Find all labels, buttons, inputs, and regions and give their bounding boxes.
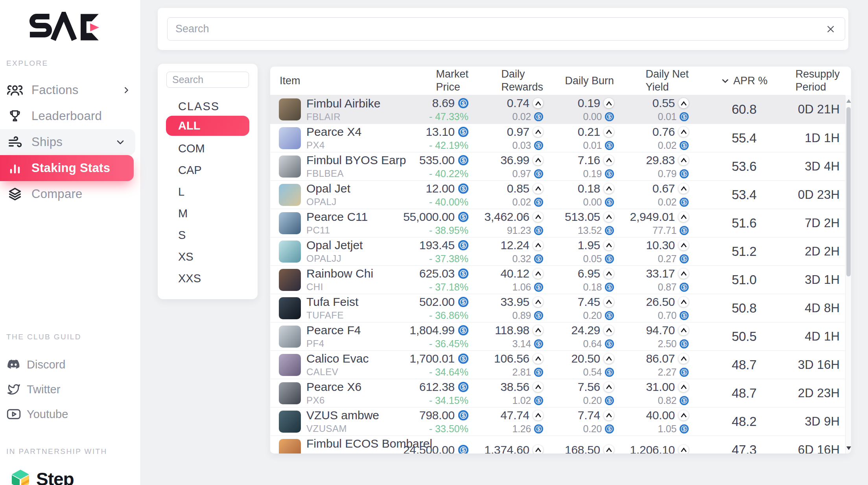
table-row[interactable]: Tufa FeistTUFAFE502.00$- 36.86%33.950.89…: [270, 294, 845, 322]
sidebar-item-leaderboard[interactable]: Leaderboard: [0, 103, 141, 129]
table-row[interactable]: Calico EvacCALEV1,700.01$- 34.64%106.562…: [270, 350, 845, 379]
partner-logo[interactable]: Step: [11, 468, 74, 485]
column-header-market-price[interactable]: Market Price: [400, 68, 471, 94]
class-filter-option-s[interactable]: S: [166, 224, 249, 246]
sidebar-item-staking-stats[interactable]: Staking Stats: [0, 155, 134, 181]
star-atlas-logo-icon: [25, 12, 102, 43]
atlas-icon: [604, 410, 614, 420]
daily-net-yield-usdc-value: 0.70$: [658, 310, 689, 321]
cell-item: Fimbul ECOS BombarelFBLEB: [270, 437, 400, 454]
market-price-value: 13.10$: [426, 125, 468, 139]
ship-thumbnail: [279, 155, 301, 178]
daily-burn-atlas-value: 7.56: [578, 380, 614, 394]
market-price-value: 24,500.00$: [403, 443, 468, 454]
ship-name: Pearce F4: [306, 324, 361, 337]
table-row[interactable]: Pearce X6PX6612.38$- 34.15%38.561.02$7.5…: [270, 379, 845, 407]
cell-item: Pearce X6PX6: [270, 380, 400, 406]
usdc-icon: $: [534, 198, 543, 207]
global-search-input[interactable]: [167, 17, 845, 41]
table-row[interactable]: Pearce F4PF41,804.99$- 36.45%118.983.14$…: [270, 322, 845, 350]
clear-search-icon[interactable]: [824, 22, 837, 36]
scroll-down-icon[interactable]: [846, 445, 851, 451]
class-filter-option-m[interactable]: M: [166, 203, 249, 224]
table-row[interactable]: Opal JetOPALJ12.00$- 40.00%0.850.02$0.18…: [270, 180, 845, 209]
daily-net-yield-atlas-value: 2,949.01: [630, 210, 689, 224]
daily-rewards-atlas-value: 118.98: [495, 324, 543, 337]
cell-item: VZUS ambweVZUSAM: [270, 409, 400, 434]
daily-rewards-atlas-value: 36.99: [500, 154, 543, 167]
class-filter-option-com[interactable]: COM: [166, 138, 249, 159]
scrollbar-thumb[interactable]: [846, 107, 851, 276]
table-row[interactable]: Fimbul BYOS EarpFBLBEA535.00$- 40.22%36.…: [270, 152, 845, 180]
usdc-icon: $: [534, 283, 543, 292]
sidebar-item-ships[interactable]: Ships: [0, 129, 135, 155]
sidebar-item-compare[interactable]: Compare: [0, 181, 141, 207]
sidebar-item-youtube[interactable]: Youtube: [0, 402, 141, 426]
cell-apr: 51.6: [691, 216, 797, 231]
atlas-icon: [678, 155, 689, 165]
cell-resupply-period: 1D 1H: [797, 131, 845, 145]
class-filter-option-l[interactable]: L: [166, 181, 249, 203]
sidebar-item-factions[interactable]: Factions: [0, 77, 141, 103]
column-header-resupply-period[interactable]: Resupply Period: [797, 68, 845, 94]
usdc-icon: $: [458, 297, 468, 307]
column-header-apr[interactable]: APR %: [691, 74, 797, 87]
sort-desc-chevron-icon: [721, 76, 730, 85]
column-header-item[interactable]: Item: [270, 74, 400, 87]
ship-info: Opal JetjetOPALJJ: [306, 239, 363, 264]
atlas-icon: [604, 155, 614, 165]
table-row[interactable]: Fimbul AirbikeFBLAIR8.69$- 47.33%0.740.0…: [270, 95, 845, 124]
daily-burn-atlas-value: 7.74: [578, 409, 614, 422]
daily-rewards-usdc-value: 0.02$: [512, 196, 543, 208]
ship-thumbnail: [279, 212, 301, 234]
cell-market-price: 24,500.00$: [400, 443, 471, 454]
class-filter-option-xxs[interactable]: XXS: [166, 268, 249, 289]
market-price-value: 55,000.00$: [403, 210, 468, 224]
column-header-daily-rewards[interactable]: Daily Rewards: [471, 68, 545, 94]
ship-thumbnail: [279, 297, 301, 319]
cell-daily-net-yield: 2,949.0177.71$: [616, 210, 691, 236]
filter-search-input[interactable]: [166, 72, 249, 88]
table-row[interactable]: Pearce C11PC1155,000.00$- 38.95%3,462.06…: [270, 209, 845, 237]
class-filter-option-cap[interactable]: CAP: [166, 159, 249, 181]
class-filter-option-xs[interactable]: XS: [166, 246, 249, 268]
cell-resupply-period: 2D 23H: [797, 386, 845, 400]
explore-section-label: EXPLORE: [6, 59, 48, 68]
usdc-icon: $: [605, 141, 614, 150]
cell-market-price: 502.00$- 36.86%: [400, 295, 471, 321]
daily-burn-usdc-value: 0.00$: [583, 196, 614, 208]
sidebar-item-discord[interactable]: Discord: [0, 352, 141, 377]
cell-daily-rewards: 0.970.03$: [471, 125, 545, 151]
cell-item: Fimbul AirbikeFBLAIR: [270, 97, 400, 122]
cell-market-price: 13.10$- 42.19%: [400, 125, 471, 151]
cell-daily-net-yield: 94.702.50$: [616, 324, 691, 350]
daily-net-yield-atlas-value: 26.50: [646, 295, 689, 309]
app-logo[interactable]: [25, 12, 102, 43]
column-header-daily-burn[interactable]: Daily Burn: [545, 74, 616, 87]
table-scrollbar[interactable]: [845, 95, 851, 454]
class-filter-option-all[interactable]: ALL: [166, 116, 249, 136]
usdc-icon: $: [458, 445, 468, 454]
daily-rewards-usdc-value: 0.32$: [512, 253, 543, 265]
sidebar-item-twitter[interactable]: Twitter: [0, 377, 141, 402]
table-row[interactable]: Opal JetjetOPALJJ193.45$- 37.38%12.240.3…: [270, 237, 845, 265]
chevron-down-icon: [116, 137, 125, 147]
price-change: - 36.45%: [429, 338, 468, 350]
cell-resupply-period: 3D 9H: [797, 415, 845, 429]
atlas-icon: [533, 212, 543, 222]
table-row[interactable]: Fimbul ECOS BombarelFBLEB24,500.00$1,374…: [270, 435, 845, 454]
scroll-up-icon[interactable]: [846, 98, 851, 104]
daily-burn-usdc-value: 0.00$: [583, 111, 614, 122]
table-body: Fimbul AirbikeFBLAIR8.69$- 47.33%0.740.0…: [270, 95, 851, 454]
daily-burn-usdc-value: 13.52$: [578, 225, 614, 236]
atlas-icon: [678, 382, 689, 392]
atlas-icon: [678, 445, 689, 454]
column-header-daily-net-yield[interactable]: Daily Net Yield: [616, 68, 691, 94]
ship-name: Opal Jet: [306, 182, 350, 195]
ship-ticker: FBLAIR: [306, 111, 380, 122]
daily-net-yield-usdc-value: 2.27$: [658, 367, 689, 378]
table-row[interactable]: VZUS ambweVZUSAM798.00$- 33.50%47.741.26…: [270, 407, 845, 435]
table-row[interactable]: Rainbow ChiCHI625.03$- 37.18%40.121.06$6…: [270, 265, 845, 294]
ship-info: Opal JetOPALJ: [306, 182, 350, 207]
table-row[interactable]: Pearce X4PX413.10$- 42.19%0.970.03$0.210…: [270, 124, 845, 152]
